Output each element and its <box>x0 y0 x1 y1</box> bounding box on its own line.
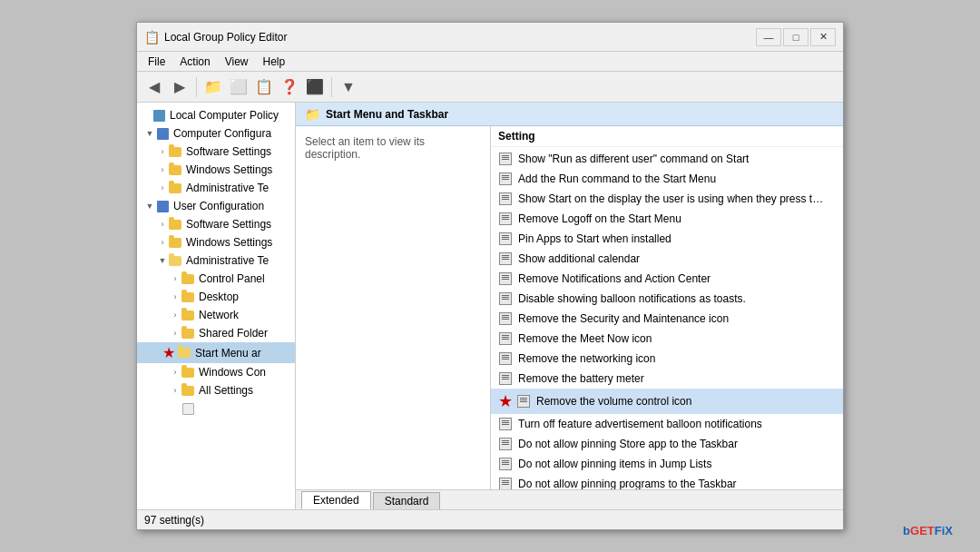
copy-button[interactable]: ⬜ <box>227 75 250 99</box>
breadcrumb-label: Start Menu and Taskbar <box>326 108 448 121</box>
ws2-label: Windows Settings <box>186 236 272 249</box>
setting-icon-12 <box>498 371 513 386</box>
menu-file[interactable]: File <box>141 54 172 70</box>
right-pane: 📁 Start Menu and Taskbar Select an item … <box>296 103 843 509</box>
tree-item-all-settings[interactable] <box>137 399 295 418</box>
setting-icon-3 <box>498 192 513 206</box>
filter-button[interactable]: ▼ <box>337 75 360 99</box>
setting-icon-16 <box>498 457 513 471</box>
ws2-icon <box>168 235 182 250</box>
setting-item-5[interactable]: Pin Apps to Start when installed <box>491 229 843 249</box>
tree-pane: Local Computer Policy ▼ Computer Configu… <box>137 103 296 509</box>
setting-item-15[interactable]: Do not allow pinning Store app to the Ta… <box>491 434 843 454</box>
tree-item-windows-con[interactable]: › All Settings <box>137 381 295 399</box>
setting-item-8[interactable]: Disable showing balloon notifications as… <box>491 289 843 309</box>
setting-label-13: Remove the volume control icon <box>536 395 691 408</box>
menu-view[interactable]: View <box>218 54 256 70</box>
tree-item-shared-folders[interactable]: › Shared Folder <box>137 324 295 342</box>
setting-label-10: Remove the Meet Now icon <box>518 332 652 345</box>
setting-item-12[interactable]: Remove the battery meter <box>491 369 843 389</box>
tree-root[interactable]: Local Computer Policy <box>137 106 295 124</box>
wc-label: All Settings <box>199 384 253 397</box>
setting-item-16[interactable]: Do not allow pinning items in Jump Lists <box>491 454 843 474</box>
at1-expand: › <box>157 183 168 192</box>
setting-label-11: Remove the networking icon <box>518 352 655 365</box>
tab-standard[interactable]: Standard <box>373 492 441 509</box>
setting-icon-8 <box>498 291 513 306</box>
tree-item-desktop[interactable]: › Desktop <box>137 288 295 306</box>
minimize-button[interactable]: — <box>756 28 781 46</box>
breadcrumb: 📁 Start Menu and Taskbar <box>296 103 843 126</box>
description-pane: Select an item to view its description. <box>296 126 491 489</box>
at1-icon <box>168 181 182 195</box>
ws1-expand: › <box>157 165 168 174</box>
window-title: Local Group Policy Editor <box>164 31 756 44</box>
as-icon <box>181 401 195 416</box>
tree-item-network[interactable]: › Network <box>137 306 295 324</box>
tree-item-system[interactable]: › Windows Con <box>137 363 295 381</box>
setting-item-6[interactable]: Show additional calendar <box>491 249 843 269</box>
setting-icon-17 <box>498 477 513 489</box>
sf-icon <box>181 326 195 340</box>
setting-item-1[interactable]: Show "Run as different user" command on … <box>491 149 843 169</box>
toolbar: ◀ ▶ 📁 ⬜ 📋 ❓ ⬛ ▼ <box>137 72 843 103</box>
tree-item-admin-te-2[interactable]: ▼ Administrative Te <box>137 251 295 270</box>
setting-item-17[interactable]: Do not allow pinning programs to the Tas… <box>491 474 843 489</box>
tree-item-start-menu[interactable]: ★ Start Menu ar <box>137 342 295 363</box>
ss1-label: Software Settings <box>186 145 271 158</box>
tree-item-software-settings-1[interactable]: › Software Settings <box>137 143 295 161</box>
user-config-label: User Configuration <box>173 200 264 212</box>
setting-icon-2 <box>498 172 513 186</box>
folder-button[interactable]: 📁 <box>201 75 225 99</box>
setting-item-4[interactable]: Remove Logoff on the Start Menu <box>491 209 843 229</box>
setting-icon-9 <box>498 311 513 326</box>
view-button[interactable]: ⬛ <box>303 75 327 99</box>
setting-item-9[interactable]: Remove the Security and Maintenance icon <box>491 309 843 329</box>
ws1-label: Windows Settings <box>186 163 272 176</box>
status-bar: 97 setting(s) <box>137 509 843 529</box>
close-button[interactable]: ✕ <box>810 28 836 46</box>
setting-label-14: Turn off feature advertisement balloon n… <box>518 418 762 430</box>
paste-button[interactable]: 📋 <box>252 75 276 99</box>
setting-icon-11 <box>498 351 513 366</box>
setting-item-10[interactable]: Remove the Meet Now icon <box>491 329 843 349</box>
help-button[interactable]: ❓ <box>278 75 301 99</box>
tree-item-control-panel[interactable]: › Control Panel <box>137 270 295 288</box>
sm-icon <box>177 346 191 360</box>
setting-item-13[interactable]: ★ Remove the volume control icon <box>491 389 843 414</box>
menu-help[interactable]: Help <box>256 54 293 70</box>
description-text: Select an item to view its description. <box>305 135 425 161</box>
tree-root-label: Local Computer Policy <box>170 109 279 122</box>
forward-button[interactable]: ▶ <box>168 75 191 99</box>
ss2-expand: › <box>157 220 168 229</box>
tree-item-software-settings-2[interactable]: › Software Settings <box>137 215 295 233</box>
tab-extended[interactable]: Extended <box>301 491 371 509</box>
menu-action[interactable]: Action <box>172 54 217 70</box>
setting-label-4: Remove Logoff on the Start Menu <box>518 212 681 225</box>
tree-item-windows-settings-1[interactable]: › Windows Settings <box>137 161 295 179</box>
at2-label: Administrative Te <box>186 254 269 267</box>
setting-icon-13 <box>516 394 531 409</box>
setting-item-3[interactable]: Show Start on the display the user is us… <box>491 189 843 209</box>
sf-label: Shared Folder <box>199 327 268 340</box>
sys-expand: › <box>170 368 181 377</box>
maximize-button[interactable]: □ <box>783 28 808 46</box>
settings-header: Setting <box>491 126 843 147</box>
tree-item-computer-config[interactable]: ▼ Computer Configura <box>137 124 295 143</box>
tree-item-admin-te-1[interactable]: › Administrative Te <box>137 179 295 197</box>
sm-label: Start Menu ar <box>195 347 261 360</box>
tree-item-user-config[interactable]: ▼ User Configuration <box>137 197 295 215</box>
window-icon: 📋 <box>144 30 159 44</box>
status-text: 97 setting(s) <box>144 514 204 527</box>
title-bar-controls: — □ ✕ <box>756 28 836 46</box>
setting-item-7[interactable]: Remove Notifications and Action Center <box>491 269 843 289</box>
setting-item-14[interactable]: Turn off feature advertisement balloon n… <box>491 414 843 434</box>
ss2-icon <box>168 217 182 232</box>
tree-item-windows-settings-2[interactable]: › Windows Settings <box>137 233 295 251</box>
setting-item-2[interactable]: Add the Run command to the Start Menu <box>491 169 843 189</box>
setting-item-11[interactable]: Remove the networking icon <box>491 349 843 369</box>
ss2-label: Software Settings <box>186 218 271 231</box>
setting-label-7: Remove Notifications and Action Center <box>518 272 710 285</box>
back-button[interactable]: ◀ <box>142 75 166 99</box>
setting-icon-14 <box>498 417 513 431</box>
